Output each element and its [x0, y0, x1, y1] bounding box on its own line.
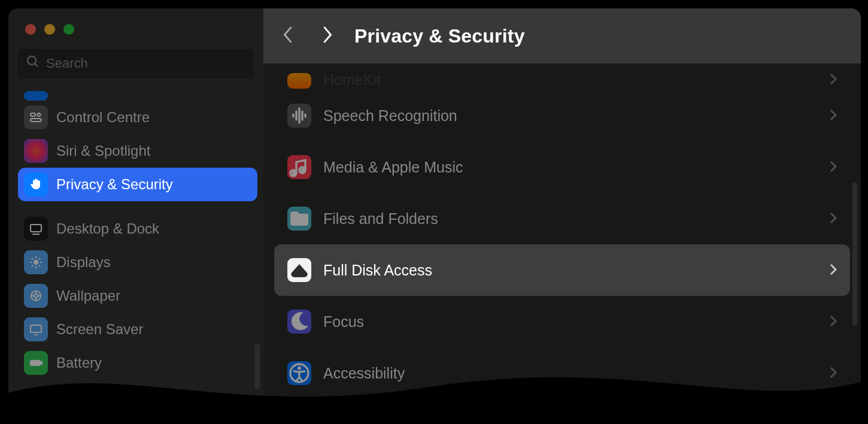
svg-point-17	[34, 294, 38, 298]
sidebar-item-desktop-dock[interactable]: Desktop & Dock	[18, 212, 257, 246]
control-centre-icon	[24, 105, 48, 129]
chevron-right-icon	[830, 159, 837, 176]
svg-rect-3	[31, 119, 41, 122]
svg-rect-33	[293, 273, 305, 277]
focus-icon	[287, 310, 311, 334]
chevron-right-icon	[830, 313, 837, 331]
row-accessibility[interactable]: Accessibility	[274, 347, 850, 399]
sidebar-item-label: Wallpaper	[56, 287, 120, 304]
sidebar-item-label: Privacy & Security	[56, 176, 173, 193]
row-label: Files and Folders	[323, 210, 438, 228]
screensaver-icon	[24, 317, 48, 341]
svg-line-1	[35, 63, 38, 66]
svg-point-32	[301, 168, 306, 173]
sidebar-item-partial[interactable]	[18, 87, 257, 101]
svg-line-13	[39, 265, 40, 266]
svg-rect-25	[41, 362, 42, 364]
wallpaper-icon	[24, 284, 48, 308]
chevron-right-icon	[830, 210, 837, 228]
homekit-icon	[287, 73, 311, 89]
svg-point-35	[298, 367, 301, 370]
close-window-button[interactable]	[25, 24, 36, 35]
sidebar-list: Control Centre Siri & Spotlight Privacy …	[8, 83, 263, 380]
sidebar-item-wallpaper[interactable]: Wallpaper	[18, 279, 257, 313]
svg-point-31	[292, 171, 297, 176]
row-label: HomeKit	[323, 71, 381, 89]
sidebar-item-displays[interactable]: Displays	[18, 246, 257, 279]
titlebar: Privacy & Security	[263, 8, 861, 63]
sidebar-item-control-centre[interactable]: Control Centre	[18, 101, 257, 134]
svg-rect-22	[31, 325, 41, 332]
svg-point-0	[28, 56, 36, 65]
music-icon	[287, 155, 311, 179]
svg-line-12	[32, 258, 33, 259]
forward-button[interactable]	[321, 25, 334, 47]
svg-rect-5	[31, 225, 41, 232]
svg-point-7	[34, 260, 38, 265]
svg-point-4	[38, 113, 41, 116]
sidebar-item-label: Battery	[56, 355, 102, 371]
hand-icon	[24, 172, 48, 196]
row-files-folders[interactable]: Files and Folders	[274, 193, 850, 244]
row-label: Accessibility	[323, 365, 405, 382]
settings-list: HomeKit Speech Recognition Media & Apple…	[263, 63, 861, 416]
sidebar-item-screen-saver[interactable]: Screen Saver	[18, 313, 257, 346]
displays-icon	[24, 250, 48, 274]
sidebar-item-privacy-security[interactable]: Privacy & Security	[18, 168, 257, 201]
dock-icon	[24, 217, 48, 241]
accessibility-icon	[287, 361, 311, 385]
row-media-apple-music[interactable]: Media & Apple Music	[274, 141, 850, 193]
row-speech-recognition[interactable]: Speech Recognition	[274, 90, 850, 141]
sidebar-scrollbar[interactable]	[254, 344, 260, 389]
fullscreen-window-button[interactable]	[63, 24, 74, 35]
minimize-window-button[interactable]	[44, 24, 55, 35]
row-label: Full Disk Access	[323, 262, 432, 279]
disk-icon	[287, 258, 311, 282]
page-title: Privacy & Security	[354, 25, 525, 47]
settings-window: Search Control Centre Siri & Spotlight	[8, 8, 861, 416]
folder-icon	[287, 207, 311, 231]
row-homekit[interactable]: HomeKit	[274, 63, 850, 90]
battery-icon	[24, 351, 48, 375]
row-label: Media & Apple Music	[323, 159, 463, 176]
chevron-right-icon	[830, 71, 837, 89]
svg-line-15	[39, 258, 40, 259]
chevron-right-icon	[830, 107, 837, 125]
sidebar-item-label: Control Centre	[56, 109, 150, 126]
back-button[interactable]	[281, 25, 295, 47]
sidebar-item-label: Screen Saver	[56, 321, 143, 338]
window-controls	[8, 24, 263, 48]
svg-rect-2	[31, 113, 35, 116]
row-label: Focus	[323, 313, 364, 331]
partial-icon	[24, 91, 48, 101]
row-label: Speech Recognition	[323, 107, 457, 125]
content-scrollbar[interactable]	[852, 182, 857, 326]
sidebar-item-siri-spotlight[interactable]: Siri & Spotlight	[18, 134, 257, 168]
search-input[interactable]: Search	[17, 48, 255, 79]
sidebar-item-label: Displays	[56, 254, 111, 271]
svg-line-14	[32, 265, 33, 266]
sidebar-item-label: Siri & Spotlight	[56, 143, 150, 159]
speech-icon	[287, 104, 311, 128]
row-full-disk-access[interactable]: Full Disk Access	[274, 244, 850, 296]
svg-rect-24	[31, 361, 40, 365]
siri-icon	[24, 139, 48, 163]
sidebar-item-label: Desktop & Dock	[56, 220, 159, 237]
chevron-right-icon	[830, 365, 837, 382]
sidebar: Search Control Centre Siri & Spotlight	[8, 8, 263, 416]
row-focus[interactable]: Focus	[274, 296, 850, 347]
sidebar-item-battery[interactable]: Battery	[18, 346, 257, 380]
main-panel: Privacy & Security HomeKit Speech Recogn…	[263, 8, 861, 416]
chevron-right-icon	[830, 262, 837, 279]
search-placeholder: Search	[46, 56, 88, 71]
search-icon	[26, 54, 46, 72]
